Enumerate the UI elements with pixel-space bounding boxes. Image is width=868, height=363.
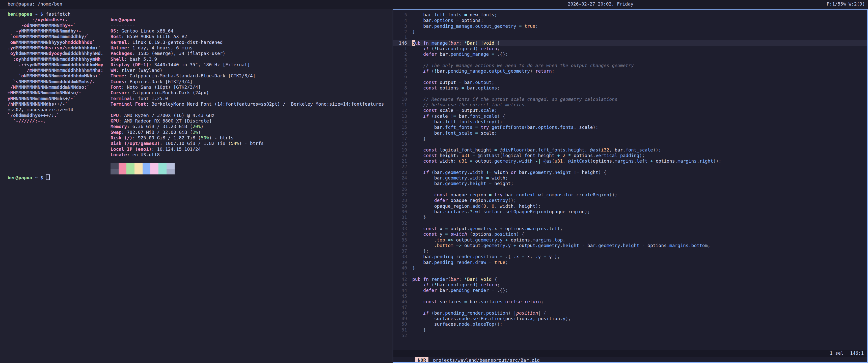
code-line[interactable]: 52 bbox=[393, 333, 867, 338]
code-line[interactable]: 14 bar.fcft_fonts.destroy(); bbox=[393, 119, 867, 125]
selection-count: 1 sel bbox=[830, 351, 843, 356]
code-line[interactable]: 13 if (scale != bar.font_scale) { bbox=[393, 113, 867, 119]
code-area[interactable]: 5 bar.fcft_fonts = new_fonts;4 bar.optio… bbox=[393, 12, 867, 338]
terminal-output: ben@papua ~ $ fastfetch -/oyddmdhs+:.ben… bbox=[7, 11, 393, 180]
code-line[interactable]: 30 bar.surfaces.?.wl_surface.setOpaqueRe… bbox=[393, 209, 867, 214]
code-line[interactable]: 12 const scale = output.scale; bbox=[393, 108, 867, 113]
code-line[interactable]: 26 bbox=[393, 187, 867, 192]
line-number: 22 bbox=[393, 164, 412, 169]
terminal-row: .ydMMMMMMMMMMdhs++so/smdddhhhhdm+`Uptime… bbox=[7, 45, 393, 51]
fastfetch-info: Terminal Font: BerkeleyMono Nerd Font (1… bbox=[111, 101, 384, 107]
code-line[interactable]: 22 bbox=[393, 164, 867, 169]
fastfetch-info: Disk (/opt/games3): 1007.10 GiB / 1.82 T… bbox=[111, 141, 264, 146]
line-number: 14 bbox=[393, 119, 412, 125]
code-line[interactable]: 19 const logical_font_height = @divFloor… bbox=[393, 147, 867, 153]
code-line[interactable]: 36 .bottom => output.geometry.y + output… bbox=[393, 243, 867, 248]
code-line[interactable]: 17 } bbox=[393, 136, 867, 141]
code-line[interactable]: 10 // Recreate fonts if the output scale… bbox=[393, 97, 867, 102]
line-number: 49 bbox=[393, 316, 412, 321]
terminal-row: `omMMMMMMMMMMMMNmdmmmmddhhy/`Host: B550 … bbox=[7, 34, 393, 39]
terminal-row: yMMNNNNNNNmmmmmNNMmhs+/-`Terminal: foot … bbox=[7, 96, 393, 101]
code-line[interactable]: 7 const output = bar.output; bbox=[393, 80, 867, 85]
code-line[interactable]: 34 const y = switch (options.position) { bbox=[393, 231, 867, 237]
code-line-current[interactable]: 146pub fn manage(bar: *Bar) !void { bbox=[393, 40, 867, 46]
code-line[interactable]: 4 bar.options = options; bbox=[393, 18, 867, 23]
palette-swatch bbox=[143, 169, 151, 174]
line-number: 3 bbox=[393, 24, 412, 29]
palette-swatch bbox=[126, 169, 134, 174]
code-line[interactable]: 25 bar.geometry.height = height; bbox=[393, 181, 867, 186]
line-number: 42 bbox=[393, 276, 412, 282]
code-line[interactable]: 47 bbox=[393, 304, 867, 310]
fastfetch-info: Font: Noto Sans (10pt) [GTK2/3/4] bbox=[111, 85, 201, 90]
code-line[interactable]: 49 surfaces.node.setPosition(position.x,… bbox=[393, 316, 867, 321]
code-line[interactable]: 28 defer opaque_region.destroy(); bbox=[393, 198, 867, 203]
fastfetch-info: Disk (/): 925.09 GiB / 1.82 TiB (50%) - … bbox=[111, 135, 234, 141]
code-line[interactable]: 50 surfaces.node.placeTop(); bbox=[393, 321, 867, 327]
line-number: 4 bbox=[393, 18, 412, 23]
code-line[interactable]: 35 .top => output.geometry.y + options.m… bbox=[393, 237, 867, 243]
cursor-position: 146:1 bbox=[850, 351, 864, 356]
code-line[interactable]: 37 }; bbox=[393, 248, 867, 254]
code-line[interactable]: 3 bar.pending_manage.output_geometry = t… bbox=[393, 24, 867, 29]
code-line[interactable]: 42pub fn render(bar: *Bar) void { bbox=[393, 276, 867, 282]
terminal-row: Memory: 6.36 GiB / 31.23 GiB (20%) bbox=[7, 124, 393, 129]
line-number: 28 bbox=[393, 198, 412, 203]
line-number: 7 bbox=[393, 80, 412, 85]
editor-window[interactable]: 5 bar.fcft_fonts = new_fonts;4 bar.optio… bbox=[393, 9, 868, 363]
code-line[interactable]: 3 bbox=[393, 57, 867, 63]
code-line[interactable]: 6 bbox=[393, 74, 867, 79]
code-line[interactable]: 23 if (bar.geometry.width != width or ba… bbox=[393, 170, 867, 175]
terminal-row: oyhdmNMMMMMMMNdyooydmddddhhhhyhNd.Packag… bbox=[7, 51, 393, 56]
code-line[interactable]: 5 if (!bar.pending_manage.output_geometr… bbox=[393, 68, 867, 74]
code-line[interactable]: 2} bbox=[393, 29, 867, 35]
code-line[interactable]: 9 bbox=[393, 91, 867, 96]
status-bar: ben@papua: /home/ben 2026-02-27 20:02, F… bbox=[0, 0, 868, 9]
line-number: 146 bbox=[393, 40, 412, 46]
code-line[interactable]: 39 bar.pending_render.draw = true; bbox=[393, 260, 867, 265]
code-line[interactable]: 2 defer bar.pending_manage = .{}; bbox=[393, 52, 867, 57]
palette-swatch bbox=[158, 169, 166, 174]
fastfetch-info: Theme: Catppuccin-Mocha-Standard-Blue-Da… bbox=[111, 73, 255, 79]
line-number: 32 bbox=[393, 220, 412, 226]
mode-indicator: NOR bbox=[415, 357, 429, 362]
code-line[interactable]: 40} bbox=[393, 265, 867, 271]
code-line[interactable]: 44 defer bar.pending_render = .{}; bbox=[393, 288, 867, 293]
code-line[interactable]: 33 const x = output.geometry.x + options… bbox=[393, 226, 867, 231]
fastfetch-info: Uptime: 1 day, 4 hours, 6 mins bbox=[111, 45, 192, 51]
code-line[interactable]: 31 } bbox=[393, 214, 867, 220]
code-line[interactable]: 24 bar.geometry.width = width; bbox=[393, 175, 867, 181]
code-line[interactable]: 15 bar.fcft_fonts = try getFcftFonts(bar… bbox=[393, 125, 867, 130]
line-number: 1 bbox=[393, 35, 412, 40]
code-line[interactable]: 16 bar.font_scale = scale; bbox=[393, 130, 867, 136]
code-line[interactable]: 5 bar.fcft_fonts = new_fonts; bbox=[393, 12, 867, 18]
terminal-cursor bbox=[46, 174, 50, 180]
code-line[interactable]: 18 bbox=[393, 141, 867, 147]
terminal-row: -/oyddmdhs+:.ben@papua bbox=[7, 17, 393, 23]
line-number: 29 bbox=[393, 203, 412, 209]
code-line[interactable]: 1 if (!bar.configured) return; bbox=[393, 46, 867, 52]
line-number: 48 bbox=[393, 310, 412, 316]
bar-status-indicators: P:1/55% W:2(9) bbox=[827, 1, 865, 7]
terminal-window[interactable]: ben@papua ~ $ fastfetch -/oyddmdhs+:.ben… bbox=[0, 9, 393, 363]
code-line[interactable]: 51 } bbox=[393, 327, 867, 333]
code-line[interactable]: 41 bbox=[393, 271, 867, 276]
code-line[interactable]: 27 const opaque_region = try bar.context… bbox=[393, 192, 867, 198]
editor-statusline: NORprojects/wayland/beansprout/src/Bar.z… bbox=[393, 350, 867, 357]
terminal-row: /mMMMMMMNNNmmmdddhhhhhmMNhs:WM: river (W… bbox=[7, 68, 393, 73]
code-line[interactable]: 48 if (bar.pending_render.position) |pos… bbox=[393, 310, 867, 316]
code-line[interactable]: 4 // The only manage actions we need to … bbox=[393, 63, 867, 68]
code-line[interactable]: 45 bbox=[393, 293, 867, 299]
code-line[interactable]: 20 const height: u31 = @intCast(logical_… bbox=[393, 153, 867, 158]
code-line[interactable]: 32 bbox=[393, 220, 867, 226]
code-line[interactable]: 29 opaque_region.add(0, 0, width, height… bbox=[393, 203, 867, 209]
code-line[interactable]: 11 // below use the correct font metrics… bbox=[393, 102, 867, 108]
code-line[interactable]: 46 const surfaces = bar.surfaces orelse … bbox=[393, 299, 867, 304]
code-line[interactable]: 21 const width: u31 = output.geometry.wi… bbox=[393, 158, 867, 164]
code-line[interactable]: 38 bar.pending_render.position = .{ .x =… bbox=[393, 254, 867, 259]
line-number: 44 bbox=[393, 288, 412, 293]
code-line[interactable]: 43 if (!bar.configured) return; bbox=[393, 282, 867, 288]
code-line[interactable]: 8 const options = bar.options; bbox=[393, 85, 867, 91]
code-line[interactable]: 1 bbox=[393, 35, 867, 40]
line-number: 20 bbox=[393, 153, 412, 158]
